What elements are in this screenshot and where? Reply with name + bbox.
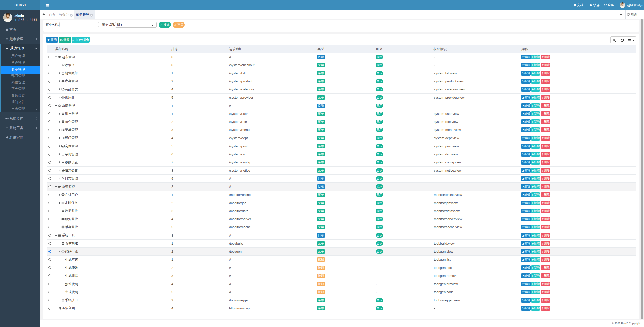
svg-text:?: ? [574,4,576,6]
